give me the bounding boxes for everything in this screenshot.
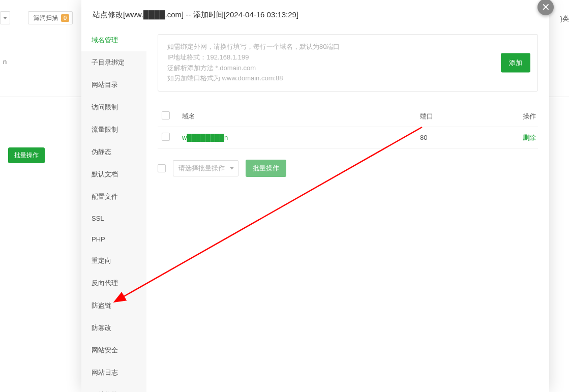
vuln-scan-label: 漏洞扫描 bbox=[34, 14, 58, 22]
content-area: 如需绑定外网，请换行填写，每行一个域名，默认为80端口 IP地址格式：192.1… bbox=[146, 29, 549, 391]
vuln-scan-badge: 0 bbox=[61, 14, 69, 22]
sidebar-item-antileech[interactable]: 防盗链 bbox=[81, 294, 146, 317]
sidebar-item-redirect[interactable]: 重定向 bbox=[81, 250, 146, 272]
bg-bulk-button[interactable]: 批量操作 bbox=[8, 147, 45, 163]
hint-line-4: 如另加端口格式为 www.domain.com:88 bbox=[167, 73, 528, 84]
sidebar-item-domain-mgmt[interactable]: 域名管理 bbox=[81, 29, 146, 51]
sidebar-item-access-limit[interactable]: 访问限制 bbox=[81, 96, 146, 118]
modal-title: 站点修改[www.████.com] -- 添加时间[2024-04-16 03… bbox=[81, 0, 549, 29]
domain-table: 域名 端口 操作 w████████n 80 删除 bbox=[158, 106, 538, 148]
sidebar-item-site-security[interactable]: 网站安全 bbox=[81, 339, 146, 361]
sidebar-item-site-dir[interactable]: 网站目录 bbox=[81, 74, 146, 96]
hint-box[interactable]: 如需绑定外网，请换行填写，每行一个域名，默认为80端口 IP地址格式：192.1… bbox=[158, 34, 538, 92]
header-domain: 域名 bbox=[178, 106, 416, 127]
domain-cell[interactable]: w████████n bbox=[182, 134, 228, 141]
vuln-scan-button[interactable]: 漏洞扫描 0 bbox=[28, 11, 73, 24]
sidebar-item-ssl[interactable]: SSL bbox=[81, 208, 146, 229]
sidebar-item-reverse-proxy[interactable]: 反向代理 bbox=[81, 272, 146, 294]
sidebar: 域名管理 子目录绑定 网站目录 访问限制 流量限制 伪静态 默认文档 配置文件 … bbox=[81, 29, 146, 391]
bg-letter: n bbox=[3, 58, 7, 66]
batch-row: 请选择批量操作 批量操作 bbox=[158, 160, 538, 177]
add-button[interactable]: 添加 bbox=[501, 53, 530, 73]
sidebar-item-subdir-bind[interactable]: 子目录绑定 bbox=[81, 51, 146, 74]
sidebar-item-traffic-limit[interactable]: 流量限制 bbox=[81, 118, 146, 141]
sidebar-item-default-doc[interactable]: 默认文档 bbox=[81, 163, 146, 186]
batch-checkbox[interactable] bbox=[158, 164, 166, 172]
sidebar-item-site-alert[interactable]: 网站告警 bbox=[81, 384, 146, 392]
sidebar-item-tamper-proof[interactable]: 防篡改 bbox=[81, 317, 146, 339]
hint-line-2: IP地址格式：192.168.1.199 bbox=[167, 52, 528, 63]
bg-dropdown[interactable] bbox=[0, 11, 10, 24]
hint-line-3: 泛解析添加方法 *.domain.com bbox=[167, 63, 528, 74]
header-checkbox[interactable] bbox=[162, 111, 170, 119]
port-cell: 80 bbox=[416, 127, 507, 148]
sidebar-item-php[interactable]: PHP bbox=[81, 229, 146, 250]
sidebar-item-rewrite[interactable]: 伪静态 bbox=[81, 141, 146, 163]
bg-category-text: }类 bbox=[560, 14, 569, 23]
header-action: 操作 bbox=[507, 106, 538, 127]
batch-action-button[interactable]: 批量操作 bbox=[246, 160, 286, 177]
table-row: w████████n 80 删除 bbox=[158, 127, 538, 148]
hint-line-1: 如需绑定外网，请换行填写，每行一个域名，默认为80端口 bbox=[167, 42, 528, 52]
sidebar-item-config-file[interactable]: 配置文件 bbox=[81, 186, 146, 208]
row-checkbox[interactable] bbox=[162, 133, 170, 141]
batch-select[interactable]: 请选择批量操作 bbox=[173, 160, 238, 176]
modal: 站点修改[www.████.com] -- 添加时间[2024-04-16 03… bbox=[81, 0, 549, 392]
header-port: 端口 bbox=[416, 106, 507, 127]
delete-link[interactable]: 删除 bbox=[523, 134, 536, 141]
sidebar-item-site-log[interactable]: 网站日志 bbox=[81, 361, 146, 384]
